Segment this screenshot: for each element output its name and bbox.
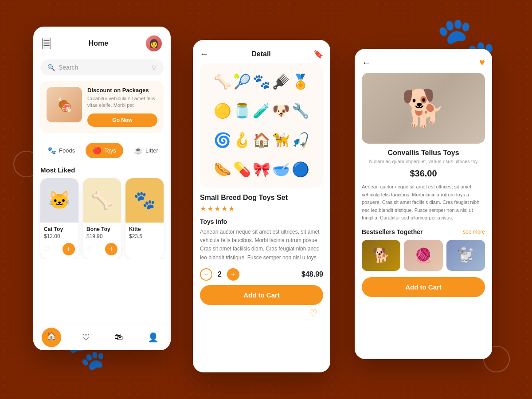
toys-info-title: Toys Info <box>200 218 323 225</box>
bestseller-item-3[interactable]: 🐩 <box>446 240 485 271</box>
back-button-p3[interactable]: ← <box>362 58 371 68</box>
toy-emoji-20: 🔵 <box>292 161 309 178</box>
detail-header: ← Detail 🔖 <box>193 40 330 63</box>
bottom-navigation: 🏠 ♡ 🛍 👤 <box>33 324 171 350</box>
product-detail-header: ← ♥ <box>355 49 492 73</box>
avatar[interactable]: 👩 <box>146 35 162 51</box>
toy-emoji-16: 🌭 <box>214 161 231 178</box>
kitten-toy-price: $23.5 <box>129 233 160 239</box>
banner-card: 🍖 Discount on Packages Curabitur vehicul… <box>40 81 164 133</box>
bone-toy-price: $19.90 <box>86 233 117 239</box>
product-card-kitten: 🐾 Kitte $23.5 <box>125 178 164 259</box>
menu-button[interactable]: ☰ <box>42 38 51 49</box>
p3-product-description: Nullam ac quam imperdiet, varius risus u… <box>362 159 485 164</box>
avatar-image: 👩 <box>146 35 162 51</box>
search-icon: 🔍 <box>47 64 55 71</box>
detail-title: Detail <box>251 50 271 58</box>
tab-foods[interactable]: 🐾 Foods <box>40 143 82 158</box>
toy-emoji-10: 🔧 <box>292 102 309 119</box>
home-header: ☰ Home 👩 <box>33 27 171 56</box>
toy-emoji-4: 🪮 <box>272 73 290 90</box>
products-grid: 🐱 Cat Toy $12.00 ♡ + 🦴 Bone Toy $19.90 ♡… <box>33 178 171 259</box>
product-main-photo: 🐕 <box>362 73 485 144</box>
dog-photo: 🐕 <box>401 87 446 129</box>
bestsellers-title: Bestsellers Together <box>362 228 422 235</box>
toy-emoji-13: 🏠 <box>253 132 270 149</box>
tab-toys[interactable]: 🔴 Toys <box>86 143 123 158</box>
quantity-value: 2 <box>218 270 222 278</box>
nav-favorites[interactable]: ♡ <box>78 329 94 346</box>
go-now-button[interactable]: Go Now <box>87 113 157 127</box>
quantity-decrease[interactable]: − <box>200 268 212 281</box>
toy-emoji-19: 🥣 <box>272 161 290 178</box>
detail-screen: ← Detail 🔖 🦴 🎾 🐾 🪮 🏅 🟡 🫙 🧪 🐶 🔧 🌀 🪝 🏠 🦮 🎣… <box>193 40 330 372</box>
cat-toy-image: 🐱 <box>40 178 78 223</box>
product-detail-screen: ← ♥ 🐕 Convallis Tellus Toys Nullam ac qu… <box>355 49 492 359</box>
filter-icon[interactable]: ▽ <box>152 64 156 71</box>
tab-litter[interactable]: ☕ Litter <box>127 143 165 158</box>
category-tabs: 🐾 Foods 🔴 Toys ☕ Litter <box>33 138 171 163</box>
nav-home[interactable]: 🏠 <box>42 328 61 347</box>
cat-toy-add[interactable]: + <box>63 243 75 255</box>
bookmark-button[interactable]: 🔖 <box>313 49 323 59</box>
toy-emoji-14: 🦮 <box>272 132 290 149</box>
most-liked-title: Most Liked <box>33 163 171 178</box>
product-card-cat: 🐱 Cat Toy $12.00 ♡ + <box>40 178 78 259</box>
toy-emoji-3: 🐾 <box>253 73 270 90</box>
toy-emoji-2: 🎾 <box>233 73 251 90</box>
quantity-control: − 2 + <box>200 268 239 281</box>
detail-product-name: Small Breed Dog Toys Set <box>200 194 323 202</box>
bestseller-item-2[interactable]: 🧶 <box>404 240 442 271</box>
toy-emoji-17: 💊 <box>233 161 251 178</box>
banner-image: 🍖 <box>47 87 82 122</box>
favorite-icon-float[interactable]: ♡ <box>309 308 318 319</box>
cat-toy-name: Cat Toy <box>44 226 75 232</box>
p3-detail-text: Aenean auctor neque sit amet est ultrice… <box>362 183 485 222</box>
kitten-toy-image: 🐾 <box>125 178 164 223</box>
home-screen: ☰ Home 👩 🔍 Search ▽ 🍖 Discount on Packag… <box>33 27 171 350</box>
search-input[interactable]: Search <box>59 64 78 71</box>
toy-emoji-1: 🦴 <box>214 73 231 90</box>
bestsellers-row: 🐕 🧶 🐩 <box>355 240 492 271</box>
toy-emoji-5: 🏅 <box>292 73 309 90</box>
bone-toy-favorite[interactable]: ♡ <box>86 245 93 253</box>
cart-total-price: $48.99 <box>301 270 323 278</box>
p3-add-to-cart-button[interactable]: Add to Cart <box>362 277 485 297</box>
bestsellers-header: Bestsellers Together see more <box>355 228 492 240</box>
kitten-toy-name: Kitte <box>129 226 160 232</box>
product-card-bone: 🦴 Bone Toy $19.90 ♡ + <box>83 178 121 259</box>
nav-cart[interactable]: 🛍 <box>111 329 127 346</box>
bone-toy-image: 🦴 <box>83 178 121 223</box>
product-detail-info: Small Breed Dog Toys Set ★★★★★ Toys Info… <box>193 188 330 262</box>
p3-product-price: $36.00 <box>355 168 492 179</box>
cart-controls: − 2 + $48.99 <box>193 262 330 285</box>
home-title: Home <box>89 39 108 47</box>
rating-stars: ★★★★★ <box>200 204 323 213</box>
bestseller-yarn-icon: 🧶 <box>415 247 432 264</box>
add-to-cart-button[interactable]: Add to Cart <box>200 285 323 305</box>
bone-toy-name: Bone Toy <box>86 226 117 232</box>
cat-toy-price: $12.00 <box>44 233 75 239</box>
bestseller-dog-icon: 🐕 <box>372 247 390 264</box>
cat-toy-favorite[interactable]: ♡ <box>44 245 50 253</box>
bestseller-poodle-icon: 🐩 <box>457 247 474 264</box>
toy-collage: 🦴 🎾 🐾 🪮 🏅 🟡 🫙 🧪 🐶 🔧 🌀 🪝 🏠 🦮 🎣 🌭 💊 🎀 🥣 🔵 <box>200 63 323 188</box>
search-bar[interactable]: 🔍 Search ▽ <box>40 59 164 75</box>
quantity-increase[interactable]: + <box>227 268 239 281</box>
banner-description: Curabitur vehicula sit amet felis vitae … <box>87 95 157 109</box>
favorite-heart-icon[interactable]: ♥ <box>479 57 485 68</box>
bestseller-item-1[interactable]: 🐕 <box>362 240 400 271</box>
toy-emoji-6: 🟡 <box>214 102 231 119</box>
toy-emoji-18: 🎀 <box>253 161 270 178</box>
p3-product-name: Convallis Tellus Toys <box>362 149 485 157</box>
see-more-button[interactable]: see more <box>463 229 485 235</box>
bone-toy-add[interactable]: + <box>105 243 117 255</box>
toys-info-text: Aenean auctor neque sit amet est ultrice… <box>200 228 323 262</box>
back-button[interactable]: ← <box>200 49 209 59</box>
nav-profile[interactable]: 👤 <box>144 329 162 346</box>
banner-title: Discount on Packages <box>87 87 157 94</box>
toy-emoji-15: 🎣 <box>292 132 309 149</box>
toy-emoji-11: 🌀 <box>214 132 231 149</box>
toy-emoji-12: 🪝 <box>233 132 251 149</box>
toy-emoji-8: 🧪 <box>253 102 270 119</box>
